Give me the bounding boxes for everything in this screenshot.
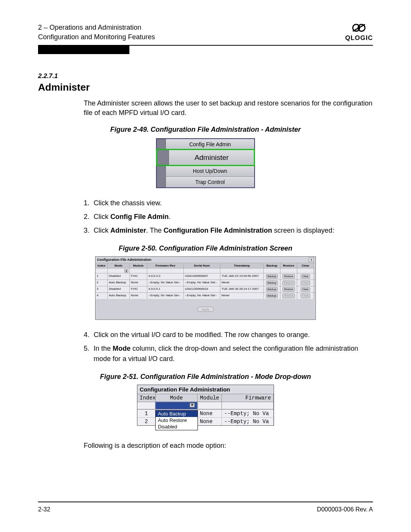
clear-button[interactable]: Clear [301, 294, 310, 298]
page-number: 2-32 [38, 506, 50, 513]
step-4: Click on the virtual I/O card to be modi… [91, 330, 373, 340]
menu-item-host-updown[interactable]: Host Up/Down [157, 165, 254, 176]
table-header-row: IndexModeModuleFirmware RevSerial NumTim… [96, 263, 315, 268]
backup-button[interactable]: Backup [266, 281, 278, 285]
backup-button[interactable]: Backup [266, 287, 278, 292]
redaction-bar [38, 46, 129, 54]
step-2: Click Config File Admin. [91, 212, 373, 222]
table-filter-row[interactable]: ▼ [137, 402, 274, 409]
menu-handle-icon [157, 139, 166, 150]
mode-dropdown-cell[interactable]: ▼ [156, 402, 198, 409]
table-row[interactable]: 2Auto BackupNone--Empty; No Value Set---… [96, 280, 315, 286]
figure-50-caption: Figure 2-50. Configuration File Administ… [38, 244, 373, 252]
dropdown-option-disabled[interactable]: Disabled [156, 423, 198, 430]
clear-button[interactable]: Clear [301, 281, 310, 285]
section-number: 2.2.7.1 [38, 72, 373, 80]
restore-button[interactable]: Restore [282, 274, 295, 279]
menu-handle-icon [157, 166, 166, 176]
menu-item-config-file-admin[interactable]: Config File Admin [157, 139, 254, 150]
step-1: Click the chassis view. [91, 198, 373, 209]
backup-button[interactable]: Backup [266, 294, 278, 298]
chevron-down-icon[interactable]: ▼ [124, 269, 128, 273]
chevron-down-icon[interactable]: ▼ [190, 403, 195, 407]
header-line-1: 2 – Operations and Administration [38, 23, 155, 32]
figure-51-caption: Figure 2-51. Configuration File Administ… [38, 373, 373, 381]
intro-paragraph: The Administer screen allows the user to… [84, 99, 373, 117]
step-5: In the Mode column, click the drop-down … [91, 343, 373, 365]
table-header-row: IndexModeModuleFirmware [137, 394, 274, 402]
figure-49-caption: Figure 2-49. Configuration File Administ… [38, 126, 373, 134]
menu-item-trap-control[interactable]: Trap Control [157, 176, 254, 187]
menu-handle-icon [157, 150, 169, 165]
table-row[interactable]: 4Auto BackupNone--Empty; No Value Set---… [96, 292, 315, 299]
table-row[interactable]: 1DisabledFVIC4.0.0.4.3USA1430900007TUE J… [96, 273, 315, 280]
panel-title: Configuration File Administration [97, 258, 151, 262]
panel-title: Configuration File Administration [137, 385, 274, 394]
restore-button[interactable]: Restore [282, 294, 295, 298]
backup-button[interactable]: Backup [266, 274, 278, 279]
table-row[interactable]: 3DisabledFVIC4.0.0.5.1USA1230900016TUE J… [96, 286, 315, 292]
header-line-2: Configuration and Monitoring Features [38, 32, 155, 42]
outro-paragraph: Following is a description of each mode … [84, 441, 373, 450]
clear-button[interactable]: Clear [301, 287, 310, 292]
dropdown-option-auto-restore[interactable]: Auto Restore [156, 417, 198, 423]
restore-button[interactable]: Restore [282, 287, 295, 292]
restore-button[interactable]: Restore [282, 281, 295, 285]
section-title: Administer [38, 81, 373, 93]
table-filter-row[interactable]: ▼ [96, 268, 315, 273]
mode-dropdown-list[interactable]: Auto Backup Auto Restore Disabled [155, 410, 198, 430]
step-3: Click Administer. The Configuration File… [91, 225, 373, 236]
figure-49-menu: Config File Admin Administer Host Up/Dow… [156, 138, 255, 188]
apply-button[interactable]: Apply [198, 307, 213, 312]
brand-logo: QLOGIC [345, 23, 373, 42]
figure-50-panel: Configuration File Administration ? Inde… [95, 256, 316, 320]
brand-text: QLOGIC [345, 34, 373, 42]
menu-item-administer[interactable]: Administer [157, 150, 254, 165]
help-button[interactable]: ? [309, 257, 314, 262]
menu-handle-icon [157, 177, 166, 187]
dropdown-option-auto-backup[interactable]: Auto Backup [156, 411, 198, 417]
clear-button[interactable]: Clear [301, 274, 310, 279]
document-revision: D000003-006 Rev. A [317, 506, 373, 513]
